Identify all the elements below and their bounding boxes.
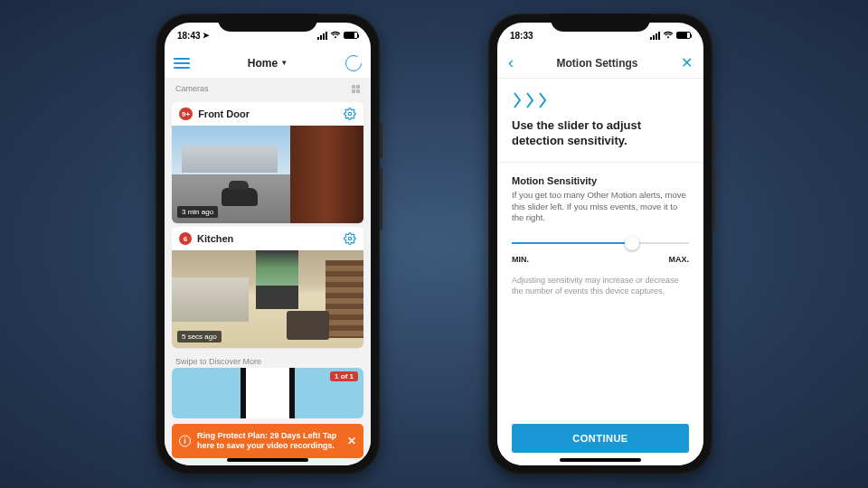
sensitivity-slider[interactable]: [512, 237, 689, 249]
camera-card[interactable]: 6 Kitchen 5 secs ago: [172, 227, 363, 348]
signal-icon: [317, 32, 327, 40]
nav-bar: ‹ Motion Settings ✕: [497, 48, 703, 79]
battery-icon: [676, 32, 691, 39]
phone-left: 18:43 ➤ Home ▼ Cameras: [156, 14, 380, 474]
signal-icon: [650, 32, 660, 40]
continue-button[interactable]: CONTINUE: [512, 424, 689, 453]
min-label: MIN.: [512, 255, 529, 264]
timestamp-badge: 3 min ago: [177, 206, 218, 218]
screen-motion-settings: 18:33 ‹ Motion Settings ✕ Use the slider…: [497, 23, 703, 465]
close-button[interactable]: ✕: [681, 54, 693, 71]
status-time: 18:43: [177, 31, 201, 41]
close-icon[interactable]: ✕: [347, 434, 356, 447]
screen-home: 18:43 ➤ Home ▼ Cameras: [165, 23, 371, 465]
divider: [497, 162, 703, 163]
promo-card[interactable]: 1 of 1: [172, 368, 363, 418]
camera-name: Kitchen: [197, 233, 338, 244]
camera-card[interactable]: 9+ Front Door 3 min ago: [172, 102, 363, 223]
max-label: MAX.: [669, 255, 690, 264]
alert-badge: 9+: [179, 108, 193, 120]
promo-illustration: [241, 368, 295, 418]
protect-plan-banner[interactable]: i Ring Protect Plan: 29 Days Left! Tap h…: [172, 424, 363, 459]
wifi-icon: [330, 31, 341, 41]
discover-label: Swipe to Discover More: [165, 352, 371, 368]
timestamp-badge: 5 secs ago: [177, 331, 222, 343]
camera-name: Front Door: [198, 108, 338, 119]
home-indicator[interactable]: [227, 458, 308, 462]
info-icon: i: [179, 435, 191, 446]
camera-preview[interactable]: 5 secs ago: [172, 250, 363, 348]
alert-badge: 6: [179, 232, 192, 245]
chevron-down-icon: ▼: [280, 59, 288, 67]
location-icon: ➤: [203, 31, 210, 40]
page-title: Motion Settings: [557, 57, 638, 70]
promo-count-badge: 1 of 1: [330, 371, 358, 381]
gear-icon[interactable]: [344, 232, 356, 245]
home-indicator[interactable]: [560, 458, 641, 462]
phone-right: 18:33 ‹ Motion Settings ✕ Use the slider…: [488, 14, 712, 474]
heading: Use the slider to adjust detection sensi…: [512, 118, 689, 149]
app-header: Home ▼: [165, 48, 371, 79]
chevrons-icon: [512, 91, 689, 109]
slider-thumb[interactable]: [625, 236, 639, 250]
banner-text: Ring Protect Plan: 29 Days Left! Tap her…: [197, 431, 336, 450]
battery-icon: [344, 32, 358, 39]
grid-view-icon[interactable]: [352, 85, 360, 93]
section-description: If you get too many Other Motion alerts,…: [512, 190, 689, 224]
notch: [551, 14, 650, 32]
notch: [218, 14, 317, 32]
svg-point-0: [348, 112, 352, 116]
footnote: Adjusting sensitivity may increase or de…: [512, 275, 689, 296]
settings-body: Use the slider to adjust detection sensi…: [497, 79, 703, 465]
header-title: Home: [248, 57, 278, 70]
camera-list[interactable]: 9+ Front Door 3 min ago 6 Kitchen: [165, 99, 371, 465]
back-button[interactable]: ‹: [508, 53, 514, 72]
wifi-icon: [663, 31, 674, 41]
section-label: Cameras: [175, 84, 209, 93]
menu-icon[interactable]: [174, 58, 190, 69]
night-mode-icon[interactable]: [345, 55, 362, 71]
gear-icon[interactable]: [344, 108, 356, 120]
section-label: Motion Sensitivity: [512, 175, 689, 186]
camera-preview[interactable]: 3 min ago: [172, 126, 363, 223]
location-dropdown[interactable]: Home ▼: [248, 57, 288, 70]
status-time: 18:33: [510, 31, 533, 41]
svg-point-1: [348, 237, 352, 240]
cameras-section-header: Cameras: [165, 79, 371, 99]
